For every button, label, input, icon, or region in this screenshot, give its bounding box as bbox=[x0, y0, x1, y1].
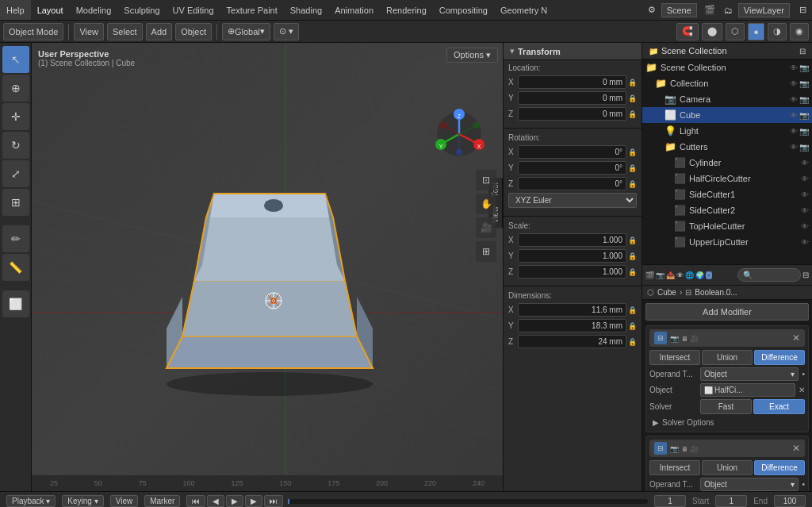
current-frame-input[interactable] bbox=[654, 495, 686, 507]
viewport[interactable]: User Perspective (1) Scene Collection | … bbox=[32, 43, 503, 491]
vis-icon-0[interactable]: 👁 bbox=[790, 63, 798, 72]
render-icon-5[interactable]: 📷 bbox=[799, 143, 809, 152]
view-layer-icon[interactable]: 🗂 bbox=[719, 2, 738, 19]
transform-panel-header[interactable]: ▾ Transform bbox=[504, 43, 642, 60]
mod1-fast-btn[interactable]: Fast bbox=[700, 399, 752, 414]
menu-rendering[interactable]: Rendering bbox=[380, 0, 433, 20]
prop-search-input[interactable] bbox=[737, 268, 801, 282]
viewport-options-btn[interactable]: Options ▾ bbox=[446, 48, 498, 63]
prop-world-icon[interactable]: 🌍 bbox=[695, 271, 704, 279]
jump-start-btn[interactable]: ⏮ bbox=[186, 495, 205, 507]
view-timeline-btn[interactable]: View bbox=[110, 495, 139, 507]
vis-icon-7[interactable]: 👁 bbox=[801, 175, 809, 183]
vis-icon-3[interactable]: 👁 bbox=[790, 111, 798, 120]
outliner-cube[interactable]: ⬜ Cube 👁 📷 bbox=[642, 107, 812, 123]
vis-icon-2[interactable]: 👁 bbox=[790, 95, 798, 104]
snap-btn[interactable]: 🧲 bbox=[676, 23, 699, 40]
vis-icon-4[interactable]: 👁 bbox=[790, 127, 798, 136]
timeline-bar[interactable] bbox=[288, 499, 648, 504]
menu-layout[interactable]: Layout bbox=[31, 0, 70, 20]
vis-icon-1[interactable]: 👁 bbox=[790, 79, 798, 88]
marker-btn[interactable]: Marker bbox=[144, 495, 180, 507]
vis-icon-8[interactable]: 👁 bbox=[801, 190, 809, 199]
prop-object-icon[interactable]: ⬡ bbox=[706, 271, 712, 279]
location-z-input[interactable] bbox=[518, 107, 626, 121]
move-tool-btn[interactable]: ✛ bbox=[2, 103, 29, 130]
prev-frame-btn[interactable]: ◀ bbox=[207, 495, 224, 507]
render-icon-1[interactable]: 📷 bbox=[799, 79, 809, 88]
annotate-tool-btn[interactable]: ✏ bbox=[2, 225, 29, 252]
scale-x-lock[interactable]: 🔒 bbox=[628, 236, 637, 244]
prop-filter-icon[interactable]: ⊟ bbox=[802, 271, 809, 279]
modifier-1-close[interactable]: ✕ bbox=[792, 332, 800, 344]
prop-scene-data-icon[interactable]: 🌐 bbox=[685, 271, 694, 279]
pivot-dropdown[interactable]: ⊙ ▾ bbox=[274, 23, 299, 40]
vis-icon-11[interactable]: 👁 bbox=[801, 238, 809, 247]
mod1-difference-btn[interactable]: Difference bbox=[754, 350, 805, 365]
outliner-tophole[interactable]: ⬛ TopHoleCutter 👁 bbox=[642, 218, 812, 234]
outliner-sidecutter1[interactable]: ⬛ SideCutter1 👁 bbox=[642, 186, 812, 202]
outliner-halfcircle[interactable]: ⬛ HalfCircleCutter 👁 bbox=[642, 171, 812, 186]
mod1-operand-dropdown[interactable]: Object▾ bbox=[700, 367, 799, 381]
render-icon-0[interactable]: 📷 bbox=[799, 63, 809, 72]
mod1-object-field[interactable]: ⬜ HalfCi... bbox=[700, 383, 795, 397]
location-z-lock[interactable]: 🔒 bbox=[628, 110, 637, 118]
next-frame-btn[interactable]: ▶ bbox=[245, 495, 262, 507]
location-y-input[interactable] bbox=[518, 91, 626, 105]
scale-x-input[interactable] bbox=[518, 233, 626, 247]
outliner-scene-collection[interactable]: 📁 Scene Collection 👁 📷 bbox=[642, 60, 812, 75]
prop-scene-icon[interactable]: 🎬 bbox=[645, 271, 654, 279]
dim-y-input[interactable] bbox=[518, 319, 626, 332]
start-frame-input[interactable] bbox=[715, 495, 747, 507]
vis-icon-10[interactable]: 👁 bbox=[801, 222, 809, 231]
shading-solid-btn[interactable]: ● bbox=[748, 23, 764, 40]
dim-z-lock[interactable]: 🔒 bbox=[628, 338, 637, 346]
measure-tool-btn[interactable]: 📏 bbox=[2, 254, 29, 281]
menu-shading[interactable]: Shading bbox=[284, 0, 328, 20]
jump-end-btn[interactable]: ⏭ bbox=[264, 495, 283, 507]
viewport-gizmo[interactable]: Z X Y bbox=[431, 106, 487, 162]
filter-icon[interactable]: ⊟ bbox=[793, 2, 812, 19]
camera-btn[interactable]: 🎥 bbox=[476, 217, 496, 238]
rotation-x-input[interactable] bbox=[518, 145, 626, 159]
mod2-difference-btn[interactable]: Difference bbox=[754, 460, 805, 475]
rotation-y-input[interactable] bbox=[518, 161, 626, 175]
rotation-z-lock[interactable]: 🔒 bbox=[628, 180, 637, 188]
scale-z-input[interactable] bbox=[518, 265, 626, 278]
outliner-camera[interactable]: 📷 Camera 👁 📷 bbox=[642, 91, 812, 107]
outliner-filter-btn[interactable]: ⊟ bbox=[799, 47, 806, 56]
menu-sculpting[interactable]: Sculpting bbox=[117, 0, 166, 20]
menu-geometry-n[interactable]: Geometry N bbox=[494, 0, 553, 20]
scale-y-lock[interactable]: 🔒 bbox=[628, 252, 637, 260]
add-cube-btn[interactable]: ⬜ bbox=[2, 290, 29, 317]
transform-tool-btn[interactable]: ⊞ bbox=[2, 189, 29, 216]
render-view-btn[interactable]: ⊞ bbox=[476, 241, 496, 262]
end-frame-input[interactable] bbox=[774, 495, 806, 507]
vis-icon-6[interactable]: 👁 bbox=[801, 159, 809, 167]
rotation-x-lock[interactable]: 🔒 bbox=[628, 148, 637, 156]
mod2-operand-dot[interactable]: • bbox=[802, 480, 805, 489]
mod2-intersect-btn[interactable]: Intersect bbox=[649, 460, 700, 475]
scale-y-input[interactable] bbox=[518, 249, 626, 263]
menu-uv-editing[interactable]: UV Editing bbox=[167, 0, 220, 20]
mod2-union-btn[interactable]: Union bbox=[702, 460, 753, 475]
dim-z-input[interactable] bbox=[518, 335, 626, 348]
add-btn[interactable]: Add bbox=[146, 23, 173, 40]
prop-render-icon[interactable]: 📷 bbox=[656, 271, 665, 279]
playback-btn[interactable]: Playback ▾ bbox=[6, 495, 56, 507]
modifier-2-close[interactable]: ✕ bbox=[792, 443, 800, 454]
scale-tool-btn[interactable]: ⤢ bbox=[2, 160, 29, 187]
dim-y-lock[interactable]: 🔒 bbox=[628, 322, 637, 330]
scene-selector[interactable]: Scene bbox=[661, 3, 697, 17]
menu-animation[interactable]: Animation bbox=[328, 0, 380, 20]
vis-icon-9[interactable]: 👁 bbox=[801, 206, 809, 215]
outliner-collection[interactable]: 📁 Collection 👁 📷 bbox=[642, 75, 812, 91]
mod1-exact-btn[interactable]: Exact bbox=[753, 399, 805, 414]
shading-render-btn[interactable]: ◉ bbox=[790, 23, 809, 40]
outliner-cylinder[interactable]: ⬛ Cylinder 👁 bbox=[642, 155, 812, 171]
menu-help[interactable]: Help bbox=[0, 0, 31, 20]
menu-modeling[interactable]: Modeling bbox=[70, 0, 118, 20]
vis-icon-5[interactable]: 👁 bbox=[790, 143, 798, 152]
mode-dropdown[interactable]: Object Mode bbox=[3, 23, 63, 40]
mod1-union-btn[interactable]: Union bbox=[702, 350, 753, 365]
